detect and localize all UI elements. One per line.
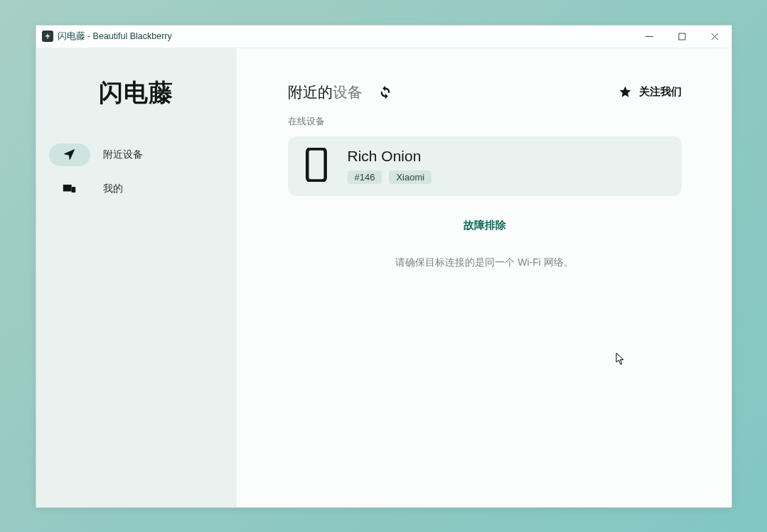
- follow-us-button[interactable]: 关注我们: [618, 85, 682, 99]
- maximize-button[interactable]: [666, 26, 699, 48]
- star-icon: [618, 85, 632, 99]
- close-button[interactable]: [699, 26, 731, 48]
- body-area: 闪电藤 附近设备 我的: [36, 48, 731, 507]
- page-title-group: 附近的设备: [288, 82, 395, 102]
- app-icon: [42, 31, 53, 42]
- follow-us-label: 关注我们: [639, 85, 682, 99]
- wifi-hint: 请确保目标连接的是同一个 Wi-Fi 网络。: [288, 256, 682, 269]
- page-title: 附近的设备: [288, 82, 363, 102]
- sidebar: 闪电藤 附近设备 我的: [36, 48, 237, 507]
- window-title: 闪电藤 - Beautiful Blackberry: [58, 31, 172, 43]
- titlebar: 闪电藤 - Beautiful Blackberry: [36, 26, 731, 48]
- phone-icon: [304, 148, 329, 185]
- device-badges: #146 Xiaomi: [348, 170, 432, 184]
- sidebar-item-mine[interactable]: 我的: [46, 175, 227, 203]
- refresh-button[interactable]: [375, 82, 395, 102]
- window-controls: [633, 26, 731, 48]
- device-info: Rich Onion #146 Xiaomi: [348, 148, 432, 184]
- near-me-icon: [49, 143, 90, 166]
- refresh-icon: [378, 85, 392, 99]
- online-devices-label: 在线设备: [288, 115, 682, 128]
- page-header: 附近的设备 关注我们: [288, 82, 682, 102]
- svg-rect-1: [679, 33, 685, 40]
- device-card[interactable]: Rich Onion #146 Xiaomi: [288, 136, 682, 196]
- troubleshoot-link[interactable]: 故障排除: [288, 219, 682, 232]
- devices-icon: [49, 178, 90, 200]
- device-name: Rich Onion: [348, 148, 432, 165]
- app-window: 闪电藤 - Beautiful Blackberry 闪电藤 附近设备: [36, 25, 732, 508]
- sidebar-item-label: 附近设备: [103, 148, 143, 161]
- minimize-button[interactable]: [633, 26, 666, 48]
- sidebar-item-label: 我的: [103, 183, 123, 195]
- brand-title: 闪电藤: [46, 77, 227, 109]
- svg-rect-4: [64, 185, 71, 191]
- page-title-suffix: 设备: [333, 84, 363, 100]
- page-title-prefix: 附近的: [288, 84, 333, 100]
- svg-rect-5: [72, 188, 75, 192]
- svg-rect-6: [307, 148, 325, 180]
- sidebar-item-nearby[interactable]: 附近设备: [46, 141, 227, 169]
- device-brand-badge: Xiaomi: [389, 170, 431, 184]
- main-content: 附近的设备 关注我们 在线设备: [237, 48, 731, 507]
- device-id-badge: #146: [348, 170, 382, 184]
